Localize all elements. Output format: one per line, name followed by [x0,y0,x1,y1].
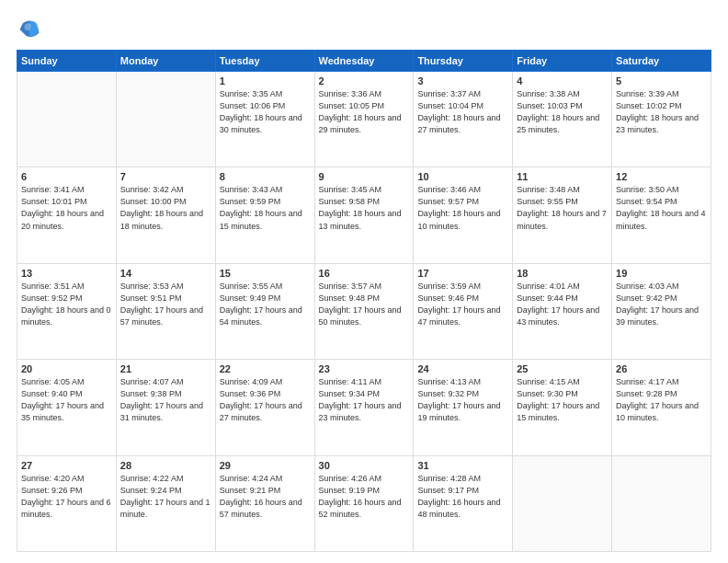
calendar-day-cell: 27Sunrise: 4:20 AM Sunset: 9:26 PM Dayli… [17,455,117,551]
day-info: Sunrise: 4:13 AM Sunset: 9:32 PM Dayligh… [417,376,508,424]
day-number: 10 [417,171,508,182]
day-number: 8 [220,171,311,182]
day-info: Sunrise: 3:37 AM Sunset: 10:04 PM Daylig… [417,88,508,136]
calendar-day-cell: 2Sunrise: 3:36 AM Sunset: 10:05 PM Dayli… [314,72,414,167]
calendar-week-row: 27Sunrise: 4:20 AM Sunset: 9:26 PM Dayli… [17,455,711,551]
day-number: 2 [319,75,410,86]
calendar-day-cell: 3Sunrise: 3:37 AM Sunset: 10:04 PM Dayli… [414,72,513,167]
calendar-day-cell: 22Sunrise: 4:09 AM Sunset: 9:36 PM Dayli… [215,360,314,455]
day-info: Sunrise: 3:59 AM Sunset: 9:46 PM Dayligh… [417,281,508,328]
calendar-day-cell: 8Sunrise: 3:43 AM Sunset: 9:59 PM Daylig… [215,167,314,263]
day-number: 18 [517,268,608,279]
day-number: 16 [319,268,410,279]
calendar-day-cell: 20Sunrise: 4:05 AM Sunset: 9:40 PM Dayli… [17,360,117,455]
calendar-header-row: SundayMondayTuesdayWednesdayThursdayFrid… [17,51,711,72]
day-info: Sunrise: 3:57 AM Sunset: 9:48 PM Dayligh… [319,281,410,328]
day-number: 1 [220,75,311,86]
day-info: Sunrise: 4:15 AM Sunset: 9:30 PM Dayligh… [517,376,608,424]
day-info: Sunrise: 4:17 AM Sunset: 9:28 PM Dayligh… [616,376,707,424]
calendar-week-row: 1Sunrise: 3:35 AM Sunset: 10:06 PM Dayli… [17,72,711,167]
calendar-day-cell: 10Sunrise: 3:46 AM Sunset: 9:57 PM Dayli… [414,167,513,263]
calendar-week-row: 6Sunrise: 3:41 AM Sunset: 10:01 PM Dayli… [17,167,711,263]
day-info: Sunrise: 4:07 AM Sunset: 9:38 PM Dayligh… [120,376,211,424]
day-number: 23 [319,363,410,374]
calendar-day-cell: 17Sunrise: 3:59 AM Sunset: 9:46 PM Dayli… [414,263,513,359]
day-number: 17 [417,268,508,279]
day-number: 26 [616,363,707,374]
day-number: 5 [616,75,707,86]
calendar-week-row: 20Sunrise: 4:05 AM Sunset: 9:40 PM Dayli… [17,360,711,455]
day-number: 6 [21,171,112,182]
day-info: Sunrise: 3:45 AM Sunset: 9:58 PM Dayligh… [319,184,410,232]
weekday-header: Tuesday [215,51,314,72]
day-info: Sunrise: 4:09 AM Sunset: 9:36 PM Dayligh… [220,376,311,424]
day-number: 31 [417,460,508,471]
day-info: Sunrise: 3:42 AM Sunset: 10:00 PM Daylig… [120,184,211,232]
calendar-day-cell: 12Sunrise: 3:50 AM Sunset: 9:54 PM Dayli… [612,167,711,263]
calendar-day-cell: 28Sunrise: 4:22 AM Sunset: 9:24 PM Dayli… [116,455,215,551]
day-number: 12 [616,171,707,182]
day-info: Sunrise: 3:43 AM Sunset: 9:59 PM Dayligh… [220,184,311,232]
calendar-day-cell: 9Sunrise: 3:45 AM Sunset: 9:58 PM Daylig… [314,167,414,263]
day-number: 11 [517,171,608,182]
calendar-day-cell: 29Sunrise: 4:24 AM Sunset: 9:21 PM Dayli… [215,455,314,551]
day-number: 14 [120,268,211,279]
day-number: 25 [517,363,608,374]
day-info: Sunrise: 4:20 AM Sunset: 9:26 PM Dayligh… [21,473,112,521]
day-number: 24 [417,363,508,374]
logo-icon [17,17,42,42]
calendar-day-cell: 4Sunrise: 3:38 AM Sunset: 10:03 PM Dayli… [513,72,612,167]
day-info: Sunrise: 3:55 AM Sunset: 9:49 PM Dayligh… [220,281,311,328]
calendar-day-cell [17,72,117,167]
day-info: Sunrise: 3:46 AM Sunset: 9:57 PM Dayligh… [417,184,508,232]
calendar-day-cell [612,455,711,551]
day-number: 29 [220,460,311,471]
day-number: 21 [120,363,211,374]
day-number: 22 [220,363,311,374]
day-number: 3 [417,75,508,86]
day-info: Sunrise: 3:48 AM Sunset: 9:55 PM Dayligh… [517,184,608,232]
day-info: Sunrise: 4:22 AM Sunset: 9:24 PM Dayligh… [120,473,211,521]
calendar-day-cell: 6Sunrise: 3:41 AM Sunset: 10:01 PM Dayli… [17,167,117,263]
day-number: 27 [21,460,112,471]
day-info: Sunrise: 4:28 AM Sunset: 9:17 PM Dayligh… [417,473,508,521]
day-info: Sunrise: 4:26 AM Sunset: 9:19 PM Dayligh… [319,473,410,521]
day-info: Sunrise: 4:24 AM Sunset: 9:21 PM Dayligh… [220,473,311,521]
day-info: Sunrise: 3:35 AM Sunset: 10:06 PM Daylig… [220,88,311,136]
day-info: Sunrise: 3:36 AM Sunset: 10:05 PM Daylig… [319,88,410,136]
day-info: Sunrise: 3:39 AM Sunset: 10:02 PM Daylig… [616,88,707,136]
weekday-header: Monday [116,51,215,72]
day-number: 13 [21,268,112,279]
calendar-table: SundayMondayTuesdayWednesdayThursdayFrid… [17,50,711,552]
calendar-day-cell: 11Sunrise: 3:48 AM Sunset: 9:55 PM Dayli… [513,167,612,263]
day-number: 28 [120,460,211,471]
calendar-day-cell: 23Sunrise: 4:11 AM Sunset: 9:34 PM Dayli… [314,360,414,455]
calendar-day-cell: 14Sunrise: 3:53 AM Sunset: 9:51 PM Dayli… [116,263,215,359]
calendar-day-cell: 26Sunrise: 4:17 AM Sunset: 9:28 PM Dayli… [612,360,711,455]
calendar-day-cell [116,72,215,167]
day-info: Sunrise: 3:53 AM Sunset: 9:51 PM Dayligh… [120,281,211,328]
day-number: 7 [120,171,211,182]
day-number: 9 [319,171,410,182]
weekday-header: Thursday [414,51,513,72]
day-info: Sunrise: 4:05 AM Sunset: 9:40 PM Dayligh… [21,376,112,424]
header [17,17,711,42]
calendar-week-row: 13Sunrise: 3:51 AM Sunset: 9:52 PM Dayli… [17,263,711,359]
day-info: Sunrise: 3:38 AM Sunset: 10:03 PM Daylig… [517,88,608,136]
calendar-day-cell: 7Sunrise: 3:42 AM Sunset: 10:00 PM Dayli… [116,167,215,263]
day-info: Sunrise: 4:03 AM Sunset: 9:42 PM Dayligh… [616,281,707,328]
day-info: Sunrise: 3:51 AM Sunset: 9:52 PM Dayligh… [21,281,112,328]
day-info: Sunrise: 3:50 AM Sunset: 9:54 PM Dayligh… [616,184,707,232]
logo [17,17,46,42]
calendar-day-cell: 5Sunrise: 3:39 AM Sunset: 10:02 PM Dayli… [612,72,711,167]
calendar-day-cell: 16Sunrise: 3:57 AM Sunset: 9:48 PM Dayli… [314,263,414,359]
day-number: 19 [616,268,707,279]
day-info: Sunrise: 3:41 AM Sunset: 10:01 PM Daylig… [21,184,112,232]
day-number: 20 [21,363,112,374]
calendar-day-cell: 13Sunrise: 3:51 AM Sunset: 9:52 PM Dayli… [17,263,117,359]
day-number: 4 [517,75,608,86]
calendar-day-cell: 21Sunrise: 4:07 AM Sunset: 9:38 PM Dayli… [116,360,215,455]
page: SundayMondayTuesdayWednesdayThursdayFrid… [0,0,728,563]
calendar-day-cell: 15Sunrise: 3:55 AM Sunset: 9:49 PM Dayli… [215,263,314,359]
calendar-day-cell: 31Sunrise: 4:28 AM Sunset: 9:17 PM Dayli… [414,455,513,551]
